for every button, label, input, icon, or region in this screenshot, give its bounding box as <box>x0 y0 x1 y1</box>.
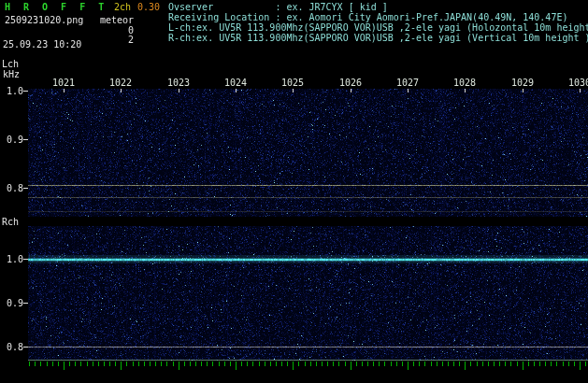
output-filename: 2509231020.png <box>5 15 83 25</box>
time-label: 1026 <box>339 78 362 88</box>
freq-tick-label: 0.8 <box>7 183 23 193</box>
app-version-number: 0.30 <box>137 2 160 12</box>
khz-unit-label: kHz <box>3 69 20 79</box>
time-label: 1025 <box>281 78 304 88</box>
time-label: 1024 <box>224 78 247 88</box>
time-label: 1022 <box>109 78 132 88</box>
freq-tick-label: 0.9 <box>7 135 23 145</box>
freq-tick-label: 0.8 <box>7 342 23 352</box>
time-label: 1023 <box>167 78 190 88</box>
freq-tick-label: 0.9 <box>7 298 23 308</box>
lch-axis-title: Lch <box>2 59 19 69</box>
mode-label: meteor <box>100 15 134 25</box>
freq-tick-label: 1.0 <box>7 86 23 96</box>
observer-line: Ovserver : ex. JR7CYX [ kid ] <box>168 2 388 12</box>
freq-tick-label: 1.0 <box>7 254 23 264</box>
location-line: Receiving Location : ex. Aomori City Aom… <box>168 12 567 22</box>
rch-meteor-count: 2 <box>128 35 134 45</box>
app-version-channels: 2ch <box>114 2 131 12</box>
lch-info-line: L-ch:ex. UV5R 113.900Mhz(SAPPORO VOR)USB… <box>168 22 588 33</box>
app-title: H R O F F T <box>5 2 108 12</box>
rch-info-line: R-ch:ex. UV5R 113.900Mhz(SAPPORO VOR)USB… <box>168 33 588 43</box>
hrofft-window: H R O F F T 2ch 0.30 2509231020.png mete… <box>0 0 588 383</box>
time-label: 1030 <box>568 78 588 88</box>
time-label: 1021 <box>52 78 75 88</box>
time-label: 1028 <box>453 78 476 88</box>
time-label: 1027 <box>396 78 419 88</box>
rch-axis-title: Rch <box>2 217 19 227</box>
timestamp: 25.09.23 10:20 <box>3 39 81 50</box>
spectrogram-canvas <box>0 0 588 383</box>
time-label: 1029 <box>511 78 534 88</box>
